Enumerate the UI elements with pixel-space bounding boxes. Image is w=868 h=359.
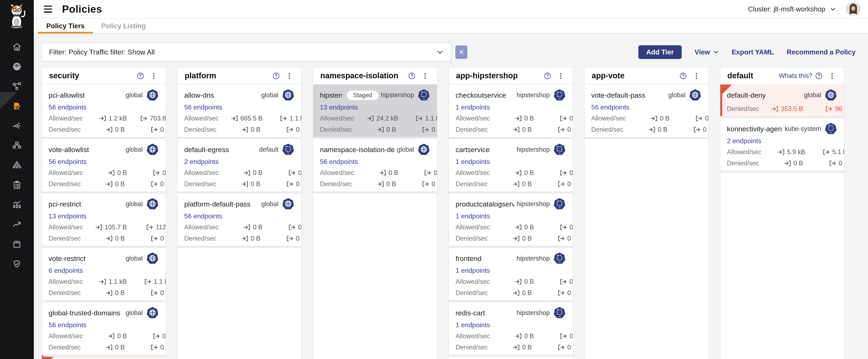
clear-filter-button[interactable]: ✕	[455, 46, 467, 59]
denied-row: Denied/sec 0 B 0 B	[320, 180, 430, 188]
sidebar-item-compliance-reports[interactable]	[0, 175, 34, 195]
tier-menu-icon[interactable]	[149, 71, 158, 81]
policy-card[interactable]: redis-cart hipstershop ns 1 endpoints Al…	[449, 300, 572, 355]
whats-this-link[interactable]	[405, 72, 415, 79]
policy-card[interactable]: global-trusted-domains global 56 endpoin…	[42, 300, 165, 355]
sidebar-item-network-flows[interactable]	[0, 116, 34, 136]
tier-menu-icon[interactable]	[285, 71, 294, 81]
policy-card[interactable]: vote-restrict global 6 endpoints Allowed…	[42, 246, 165, 300]
tab-policy-listing[interactable]: Policy Listing	[93, 19, 154, 33]
sidebar-item-policies[interactable]	[0, 96, 34, 116]
allowed-egress: 1.1 kB	[404, 114, 437, 122]
endpoints-link[interactable]: 1 endpoints	[456, 103, 490, 111]
policy-card[interactable]: vote-default-pass global 56 endpoints Al…	[585, 85, 708, 139]
view-menu-button[interactable]: View	[694, 48, 719, 56]
policy-scope-label: global	[125, 255, 143, 262]
denied-ingress: 0 B	[488, 289, 532, 297]
sidebar-item-clusters[interactable]	[0, 156, 34, 175]
sidebar-item-service-graph[interactable]	[0, 77, 34, 96]
denied-egress: 0 B	[267, 234, 302, 243]
tier-menu-icon[interactable]	[827, 71, 837, 81]
whats-this-link[interactable]: Whats this?	[779, 72, 823, 80]
tier-title: default	[727, 71, 753, 80]
policy-card[interactable]: vote-allowlist global 56 endpoints Allow…	[42, 137, 165, 191]
endpoints-link[interactable]: 56 endpoints	[184, 212, 222, 220]
endpoints-link[interactable]: 1 endpoints	[456, 212, 490, 220]
menu-toggle-icon[interactable]	[42, 5, 53, 13]
policy-card[interactable]: frontend hipstershop ns 1 endpoints Allo…	[449, 246, 572, 300]
svg-text:ns: ns	[559, 207, 561, 209]
recommend-policy-button[interactable]: Recommend a Policy	[787, 48, 856, 56]
policy-scope-label: global	[397, 146, 414, 153]
policy-card[interactable]: namespace-isolation-default-p… global 56…	[313, 137, 437, 193]
denied-label: Denied/sec	[49, 235, 81, 242]
sidebar-item-hierarchy[interactable]	[0, 136, 34, 156]
tier-menu-icon[interactable]	[420, 71, 430, 81]
policy-card[interactable]: platform-default-pass global 56 endpoint…	[178, 191, 301, 248]
allowed-out-value: 0 B	[569, 224, 573, 231]
tier-menu-icon[interactable]	[692, 71, 701, 81]
denied-in-value: 0 B	[251, 235, 260, 242]
scope-icon: ns	[553, 198, 566, 211]
add-tier-button[interactable]: Add Tier	[638, 45, 682, 59]
whats-this-link[interactable]	[677, 72, 687, 79]
endpoints-link[interactable]: 56 endpoints	[49, 321, 87, 329]
policy-card[interactable]: allow-dns global 56 endpoints Allowed/se…	[178, 85, 301, 137]
policy-card[interactable]: default-deny global Denied/sec 353.5 B 9…	[720, 85, 844, 116]
cluster-selector[interactable]: Cluster: jlt-msft-workshop	[748, 5, 836, 13]
svg-text:ns: ns	[559, 98, 561, 100]
endpoints-link[interactable]: 6 endpoints	[49, 267, 83, 274]
policy-card[interactable]: emailservice hipstershop ns 1 endpoints …	[449, 355, 572, 359]
policy-card[interactable]: quarantine global 0 endpoints	[42, 355, 165, 359]
sidebar-item-trends[interactable]	[0, 215, 34, 234]
denied-ingress: 0 B	[81, 180, 125, 188]
policy-card[interactable]: konnectivity-agent kube-system ns 2 endp…	[720, 116, 844, 173]
denied-in-value: 0 B	[115, 126, 125, 133]
sidebar-item-home[interactable]	[0, 37, 34, 57]
endpoints-link[interactable]: 56 endpoints	[320, 158, 358, 166]
policy-card[interactable]: checkoutservice hipstershop ns 1 endpoin…	[449, 85, 572, 137]
endpoints-link[interactable]: 13 endpoints	[320, 103, 358, 111]
endpoints-link[interactable]: 1 endpoints	[456, 267, 490, 274]
sidebar-item-threat-defense[interactable]	[0, 254, 34, 274]
sidebar-item-statistics[interactable]	[0, 195, 34, 215]
tab-policy-tiers[interactable]: Policy Tiers	[38, 19, 93, 33]
endpoints-link[interactable]: 56 endpoints	[184, 103, 222, 111]
whats-this-link[interactable]	[134, 72, 144, 79]
allowed-in-value: 5.9 kB	[787, 148, 805, 156]
chevron-down-icon	[436, 48, 444, 56]
endpoints-link[interactable]: 2 endpoints	[184, 158, 218, 166]
sidebar-item-packages[interactable]	[0, 234, 34, 254]
policy-card[interactable]: cartservice hipstershop ns 1 endpoints A…	[449, 137, 572, 191]
policy-card[interactable]: default-egress default ns 2 endpoints Al…	[178, 137, 301, 191]
egress-arrow-icon	[150, 289, 158, 297]
denied-ingress: 0 B	[488, 343, 532, 351]
allowed-out-value: 0 B	[162, 332, 166, 340]
policy-card[interactable]: pci-allowlist global 56 endpoints Allowe…	[42, 85, 165, 137]
endpoints-link[interactable]: 1 endpoints	[456, 321, 490, 329]
endpoints-link[interactable]: 13 endpoints	[49, 212, 87, 220]
allowed-out-value: 1.1 kB	[289, 115, 302, 122]
allowed-in-value: 24.2 kB	[376, 115, 398, 122]
endpoints-link[interactable]: 2 endpoints	[727, 137, 761, 145]
allowed-out-value: 703.8 B	[150, 115, 166, 122]
endpoints-link[interactable]: 56 endpoints	[49, 103, 87, 111]
whats-this-link[interactable]	[541, 72, 551, 79]
tier-menu-icon[interactable]	[556, 71, 565, 81]
policy-card[interactable]: productcatalogservice hipstershop ns 1 e…	[449, 191, 572, 246]
sidebar-item-dashboard[interactable]	[0, 57, 34, 77]
question-circle-icon	[408, 72, 415, 79]
whats-this-link[interactable]	[270, 72, 280, 79]
user-avatar[interactable]	[846, 2, 861, 17]
endpoints-link[interactable]: 56 endpoints	[591, 103, 629, 111]
export-yaml-button[interactable]: Export YAML	[732, 48, 774, 56]
endpoints-link[interactable]: 1 endpoints	[456, 158, 490, 166]
egress-arrow-icon	[153, 332, 160, 340]
tier-header: security	[42, 67, 165, 85]
allowed-row: Allowed/sec 0 B 0 B	[184, 169, 294, 177]
policy-filter-select[interactable]: Filter: Policy Traffic filter: Show All	[41, 43, 451, 61]
svg-text:ns: ns	[423, 98, 425, 100]
policy-card[interactable]: pci-restrict global 13 endpoints Allowed…	[42, 191, 165, 246]
policy-card[interactable]: hipstershop-gh… Staged hipstershop ns 13…	[313, 85, 437, 137]
endpoints-link[interactable]: 56 endpoints	[49, 158, 87, 166]
